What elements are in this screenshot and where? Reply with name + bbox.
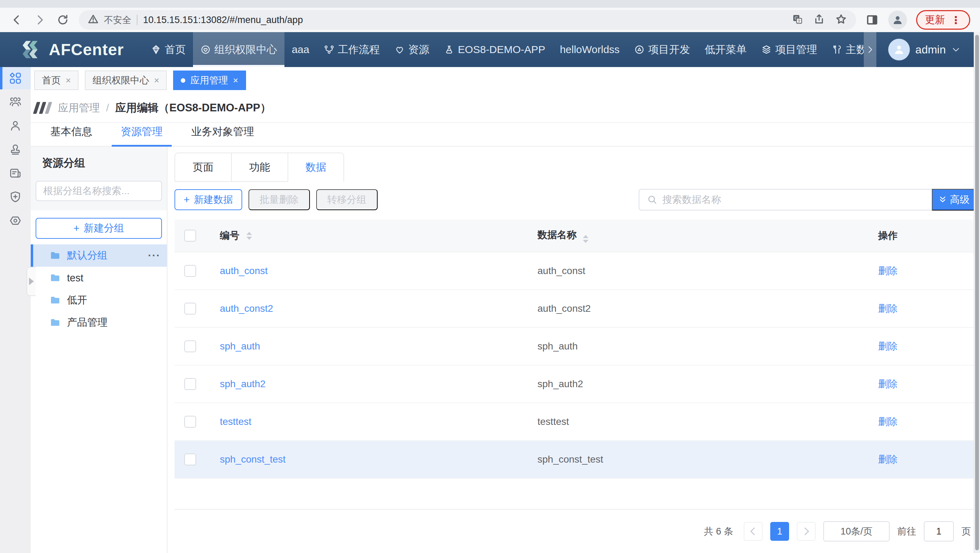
menu-item-resource[interactable]: 资源 bbox=[387, 32, 437, 67]
advanced-search-button[interactable]: 高级 bbox=[932, 189, 976, 210]
delete-link[interactable]: 删除 bbox=[878, 416, 897, 427]
page-tab-home[interactable]: 首页 × bbox=[34, 70, 78, 90]
page-size-select[interactable]: 10条/页 bbox=[823, 521, 889, 542]
sort-icons[interactable] bbox=[583, 235, 589, 243]
menu-item-eos8-demo-app[interactable]: EOS8-DEMO-APP bbox=[437, 32, 552, 67]
menu-item-lowcode-menu[interactable]: 低开菜单 bbox=[697, 32, 754, 67]
group-search-input[interactable] bbox=[36, 181, 162, 201]
page-tab-app-mgmt[interactable]: 应用管理 × bbox=[173, 70, 246, 90]
menu-item-aaa[interactable]: aaa bbox=[285, 32, 317, 67]
apps-grid-icon bbox=[9, 72, 22, 85]
stamp-icon bbox=[9, 143, 22, 156]
chrome-update-button[interactable]: 更新 ⋮ bbox=[916, 10, 970, 30]
data-search: 高级 bbox=[639, 189, 976, 210]
address-bar[interactable]: 不安全 10.15.15.151:13082/#/menu_auth/app G… bbox=[79, 10, 856, 30]
menu-item-project-dev[interactable]: 项目开发 bbox=[627, 32, 697, 67]
tab-pages[interactable]: 页面 bbox=[175, 153, 231, 182]
prev-page-button[interactable] bbox=[744, 522, 762, 541]
shield-plus-icon bbox=[9, 190, 22, 204]
row-checkbox[interactable] bbox=[184, 416, 196, 428]
rail-item-stamp[interactable] bbox=[0, 138, 31, 161]
rail-item-user[interactable] bbox=[0, 115, 31, 137]
tab-functions[interactable]: 功能 bbox=[231, 153, 288, 182]
forward-icon[interactable] bbox=[33, 13, 47, 27]
afcenter-logo bbox=[20, 38, 43, 61]
scrollbar-thumb[interactable] bbox=[975, 35, 979, 550]
group-item-default[interactable]: 默认分组 ··· bbox=[31, 244, 167, 267]
rail-item-settings[interactable] bbox=[0, 209, 31, 232]
side-panel-icon[interactable] bbox=[865, 13, 879, 27]
rail-item-shield-add[interactable] bbox=[0, 186, 31, 208]
menu-overflow-arrow[interactable] bbox=[864, 32, 877, 67]
row-checkbox[interactable] bbox=[184, 454, 196, 465]
select-all-checkbox[interactable] bbox=[184, 230, 196, 242]
menu-item-workflow[interactable]: 工作流程 bbox=[317, 32, 387, 67]
reload-icon[interactable] bbox=[56, 13, 70, 27]
tab-basic-info[interactable]: 基本信息 bbox=[41, 124, 101, 146]
delete-link[interactable]: 删除 bbox=[878, 341, 897, 352]
bookmark-star-icon[interactable] bbox=[835, 13, 847, 27]
data-id-link[interactable]: sph_auth2 bbox=[220, 378, 266, 390]
chevron-left-icon bbox=[750, 528, 758, 535]
data-search-box[interactable] bbox=[639, 189, 932, 210]
browser-profile-icon[interactable] bbox=[888, 11, 907, 29]
move-group-button[interactable]: 转移分组 bbox=[316, 189, 378, 210]
delete-link[interactable]: 删除 bbox=[878, 303, 897, 314]
app-top-nav: AFCenter 首页 组织权限中心 aaa 工作流程 资源 EOS8-DEMO… bbox=[0, 32, 980, 67]
row-checkbox[interactable] bbox=[184, 265, 196, 277]
tab-data[interactable]: 数据 bbox=[288, 153, 344, 182]
delete-link[interactable]: 删除 bbox=[878, 265, 897, 276]
tab-resource-mgmt[interactable]: 资源管理 bbox=[112, 124, 172, 146]
batch-delete-button[interactable]: 批量删除 bbox=[248, 189, 310, 210]
group-item-test[interactable]: test bbox=[31, 267, 167, 289]
delete-link[interactable]: 删除 bbox=[878, 378, 897, 389]
panel-collapse-handle[interactable] bbox=[27, 267, 36, 296]
rail-item-user-groups[interactable] bbox=[0, 91, 31, 113]
translate-icon[interactable]: G文 bbox=[792, 14, 803, 26]
group-item-lowcode[interactable]: 低开 bbox=[31, 289, 167, 311]
close-icon[interactable]: × bbox=[154, 75, 159, 86]
menu-item-home[interactable]: 首页 bbox=[143, 32, 193, 67]
row-checkbox[interactable] bbox=[184, 303, 196, 314]
row-checkbox[interactable] bbox=[184, 378, 196, 390]
new-group-button[interactable]: + 新建分组 bbox=[36, 218, 162, 239]
data-id-link[interactable]: sph_auth bbox=[220, 341, 260, 352]
data-resource-main: 页面 功能 数据 + 新建数据 批量删除 转移分组 bbox=[167, 147, 980, 553]
table-row: sph_auth2 sph_auth2 删除 bbox=[175, 365, 976, 403]
delete-link[interactable]: 删除 bbox=[878, 454, 897, 465]
close-icon[interactable]: × bbox=[233, 75, 238, 86]
next-page-button[interactable] bbox=[797, 522, 816, 541]
group-item-product-mgmt[interactable]: 产品管理 bbox=[31, 311, 167, 334]
page-tab-org-auth[interactable]: 组织权限中心 × bbox=[85, 70, 167, 90]
breadcrumb-section[interactable]: 应用管理 bbox=[58, 101, 100, 115]
sort-icons[interactable] bbox=[247, 232, 252, 240]
window-scrollbar[interactable] bbox=[974, 32, 980, 553]
row-checkbox[interactable] bbox=[184, 340, 196, 352]
menu-item-org-auth-center[interactable]: 组织权限中心 bbox=[193, 32, 285, 67]
browser-menu-icon[interactable]: ⋮ bbox=[951, 14, 961, 26]
tab-business-object[interactable]: 业务对象管理 bbox=[182, 124, 263, 146]
data-id-link[interactable]: auth_const2 bbox=[220, 303, 273, 314]
new-data-button[interactable]: + 新建数据 bbox=[175, 189, 242, 210]
rail-item-news[interactable] bbox=[0, 162, 31, 184]
rail-item-apps[interactable] bbox=[0, 67, 31, 89]
data-id-link[interactable]: sph_const_test bbox=[220, 454, 285, 465]
url-text: 10.15.15.151:13082/#/menu_auth/app bbox=[143, 15, 786, 25]
data-search-input[interactable] bbox=[662, 194, 924, 205]
current-page[interactable]: 1 bbox=[770, 522, 789, 541]
menu-item-project-mgmt[interactable]: 项目管理 bbox=[754, 32, 824, 67]
back-icon[interactable] bbox=[10, 13, 24, 27]
col-header-name[interactable]: 数据名称 bbox=[538, 229, 577, 240]
col-header-id[interactable]: 编号 bbox=[220, 229, 239, 242]
active-dot bbox=[181, 78, 185, 83]
group-more-icon[interactable]: ··· bbox=[148, 250, 161, 261]
data-id-link[interactable]: auth_const bbox=[220, 265, 268, 276]
share-icon[interactable] bbox=[813, 14, 825, 26]
user-menu[interactable]: admin bbox=[877, 39, 974, 61]
data-id-link[interactable]: testtest bbox=[220, 416, 251, 427]
goto-page-input[interactable] bbox=[924, 521, 954, 542]
close-icon[interactable]: × bbox=[65, 75, 71, 86]
menu-item-master-data[interactable]: 主数据管理 bbox=[824, 32, 864, 67]
project-dev-icon bbox=[634, 44, 644, 55]
menu-item-helloworldss[interactable]: helloWorldss bbox=[552, 32, 627, 67]
